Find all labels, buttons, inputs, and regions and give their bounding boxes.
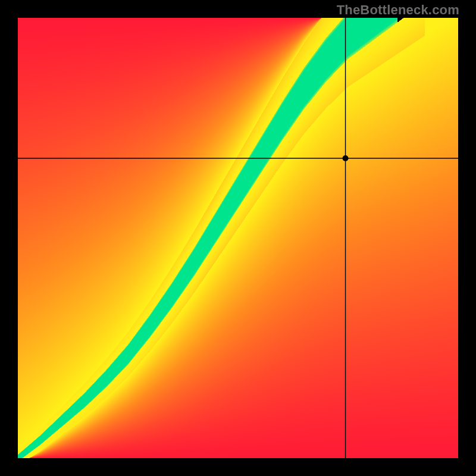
- crosshair-overlay: [0, 0, 476, 476]
- watermark-text: TheBottleneck.com: [337, 2, 459, 18]
